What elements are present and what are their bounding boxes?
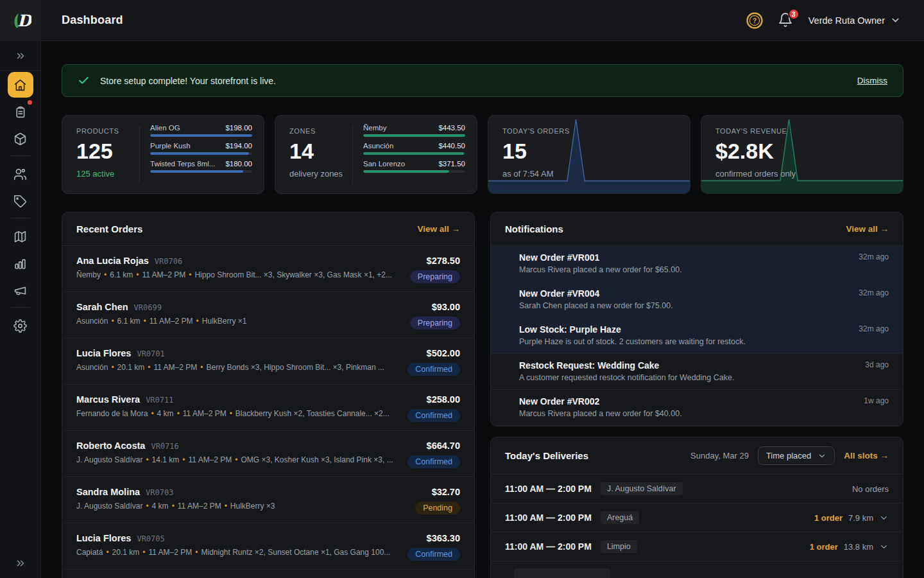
order-meta: Fernando de la Mora•4 km•11 AM–2 PM•Blac… [76, 409, 398, 418]
stat-sub: confirmed orders only [715, 169, 796, 179]
notification-row[interactable]: New Order #VR002 Marcus Rivera placed a … [491, 390, 903, 426]
sidebar-item-marketing[interactable] [8, 277, 33, 303]
status-badge: Confirmed [407, 455, 460, 468]
setup-complete-banner: Store setup complete! Your storefront is… [62, 64, 903, 97]
notifications-button[interactable]: 3 [778, 12, 794, 29]
order-price: $363.30 [427, 533, 460, 543]
notification-time: 1w ago [864, 396, 889, 418]
product-name: Purple Kush [150, 142, 191, 150]
status-badge: Confirmed [407, 363, 460, 376]
progress-bar [363, 134, 465, 137]
order-row[interactable]: Sandra MolinaVR0703 J. Augusto Saldívar•… [62, 477, 474, 523]
order-code: VR0705 [137, 534, 164, 543]
sidebar-expand-button-bottom[interactable] [15, 550, 26, 578]
delivery-slot-row[interactable]: 11:00 AM — 2:00 PM Areguá 1 order 7.9 km [491, 504, 903, 532]
view-all-orders-link[interactable]: View all → [417, 224, 460, 234]
order-code: VR0706 [155, 257, 182, 266]
list-item: Ñemby$443.50 [363, 124, 465, 137]
order-row[interactable]: Alejandro ReyesVR0700 $187.07 [62, 570, 474, 578]
view-all-notifications-link[interactable]: View all → [846, 224, 889, 234]
sidebar-item-customers[interactable] [8, 161, 33, 187]
user-name: Verde Ruta Owner [809, 15, 885, 26]
order-price: $278.50 [427, 256, 460, 266]
delivery-slot-row[interactable]: 11:00 AM — 2:00 PM Limpio 1 order 13.8 k… [491, 532, 903, 561]
order-price: $93.00 [432, 302, 460, 312]
customer-name: Marcus Rivera [76, 394, 140, 405]
notification-row[interactable]: New Order #VR004 Sarah Chen placed a new… [491, 282, 903, 318]
top-bar: D Dashboard ? 3 Verde Ruta Owner [0, 0, 924, 41]
delivery-slot-row[interactable]: 11:00 AM — 2:00 PM J. Augusto Saldívar N… [491, 475, 903, 504]
app-logo[interactable]: D [0, 0, 41, 41]
notification-title: New Order #VR004 [519, 288, 851, 299]
notification-row[interactable]: New Order #VR001 Marcus Rivera placed a … [491, 246, 903, 282]
panel-header: Recent Orders View all → [62, 213, 474, 246]
order-row[interactable]: Sarah ChenVR0699 Asunción•6.1 km•11 AM–2… [62, 292, 474, 338]
stat-sub: 125 active [76, 169, 139, 179]
order-meta: Asunción•6.1 km•11 AM–2 PM•HulkBerry ×1 [76, 317, 401, 326]
customer-name: Lucia Flores [76, 348, 131, 358]
dismiss-link[interactable]: Dismiss [857, 76, 887, 85]
product-name: Twisted Terps 8ml... [150, 160, 215, 168]
sidebar-item-promotions[interactable] [8, 188, 33, 214]
chevron-down-icon [879, 513, 889, 523]
help-button[interactable]: ? [746, 12, 764, 30]
sidebar-item-products[interactable] [8, 126, 33, 152]
expand-slot-button[interactable] [879, 513, 889, 523]
stat-label: TODAY'S REVENUE [715, 127, 796, 135]
orders-stat-card: TODAY'S ORDERS 15 as of 7:54 AM [488, 115, 690, 194]
order-row[interactable]: Roberto AcostaVR0716 J. Augusto Saldívar… [62, 431, 474, 477]
notification-row[interactable]: Low Stock: Purple Haze Purple Haze is ou… [491, 318, 903, 354]
slot-zone-tag: Limpio [601, 540, 637, 553]
progress-bar [363, 152, 465, 155]
panel-header: Notifications View all → [491, 213, 903, 246]
slot-distance: 7.9 km [848, 513, 873, 523]
gear-icon [13, 319, 27, 333]
deliveries-panel: Today's Deliveries Sunday, Mar 29 Time p… [490, 437, 903, 578]
order-meta: J. Augusto Saldívar•4 km•11 AM–2 PM•Hulk… [76, 502, 406, 511]
sidebar-item-settings[interactable] [8, 313, 33, 338]
customer-name: Ana Lucia Rojas [76, 256, 149, 266]
sort-select[interactable]: Time placed [758, 446, 835, 465]
panel-title: Recent Orders [76, 223, 142, 234]
notification-time: 32m ago [859, 252, 889, 274]
order-row[interactable]: Lucia FloresVR0705 Capiatá•20.1 km•11 AM… [62, 523, 474, 570]
zone-name: Ñemby [363, 124, 386, 132]
order-code: VR0703 [146, 488, 173, 497]
orders-alert-dot [28, 100, 32, 105]
stat-value: 125 [76, 140, 139, 162]
delivery-slot-row[interactable] [491, 561, 903, 578]
sidebar-expand-button[interactable] [0, 41, 40, 71]
stat-label: ZONES [289, 127, 352, 135]
order-price: $664.70 [427, 441, 460, 451]
notification-desc: A customer requested restock notificatio… [519, 373, 857, 382]
top-zones-list: Ñemby$443.50 Asunción$440.50 San Lorenzo… [353, 116, 477, 193]
user-menu[interactable]: Verde Ruta Owner [809, 15, 901, 26]
expand-slot-button[interactable] [879, 542, 889, 552]
sidebar-item-zones[interactable] [8, 223, 33, 249]
order-row[interactable]: Lucia FloresVR0701 Asunción•20.1 km•11 A… [62, 338, 474, 385]
stat-value: $2.8K [715, 140, 796, 162]
order-price: $502.00 [427, 348, 460, 358]
list-item: Purple Kush$194.00 [150, 142, 252, 155]
slot-order-count: 1 order [814, 513, 843, 523]
list-item: Asunción$440.50 [363, 142, 465, 155]
all-slots-link[interactable]: All slots → [844, 451, 889, 460]
progress-bar [150, 152, 252, 155]
banner-message: Store setup complete! Your storefront is… [100, 76, 276, 86]
notification-title: New Order #VR002 [519, 396, 856, 407]
notification-row[interactable]: Restock Request: Wedding Cake A customer… [491, 354, 903, 390]
order-row[interactable]: Ana Lucia RojasVR0706 Ñemby•6.1 km•11 AM… [62, 246, 474, 292]
order-code: VR0701 [137, 349, 164, 358]
sidebar-item-analytics[interactable] [8, 250, 33, 276]
order-code: VR0711 [146, 396, 173, 405]
sidebar-item-dashboard[interactable] [8, 72, 33, 98]
progress-bar [363, 170, 465, 173]
order-row[interactable]: Marcus RiveraVR0711 Fernando de la Mora•… [62, 385, 474, 431]
sidebar-item-orders[interactable] [8, 99, 33, 125]
notification-time: 3d ago [865, 360, 889, 382]
status-badge: Preparing [410, 317, 460, 329]
revenue-stat-card: TODAY'S REVENUE $2.8K confirmed orders o… [701, 115, 903, 194]
home-icon [13, 78, 27, 92]
order-code: VR0699 [134, 303, 162, 312]
notification-desc: Marcus Rivera placed a new order for $40… [519, 409, 856, 418]
